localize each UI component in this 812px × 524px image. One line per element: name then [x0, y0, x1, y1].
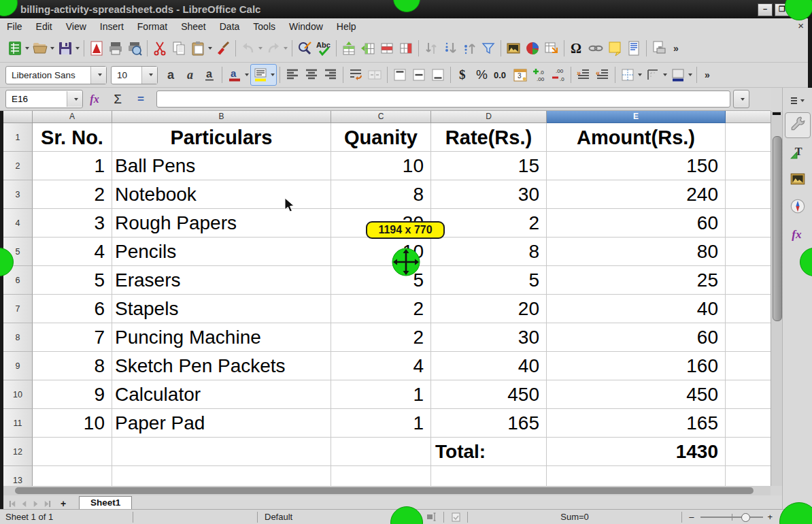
chevron-down-icon[interactable]: [75, 47, 80, 50]
sum-button[interactable]: Σ: [109, 92, 126, 107]
menu-help[interactable]: Help: [330, 19, 363, 35]
chevron-down-icon[interactable]: [25, 47, 29, 50]
row-header-2[interactable]: 2: [3, 152, 33, 180]
delete-decimal-button[interactable]: .00.0: [549, 65, 568, 85]
add-sheet-button[interactable]: +: [57, 498, 69, 509]
cell-filler[interactable]: [726, 209, 771, 238]
cell-C10[interactable]: 1: [331, 380, 431, 409]
name-box[interactable]: E16: [5, 90, 83, 108]
italic-button[interactable]: a: [181, 65, 200, 85]
cell-filler[interactable]: [726, 352, 771, 380]
cell-E8[interactable]: 60: [547, 323, 726, 352]
undo-button[interactable]: [239, 38, 264, 59]
align-center-button[interactable]: [302, 65, 321, 85]
vertical-scrollbar[interactable]: [771, 111, 782, 486]
row-header-8[interactable]: 8: [3, 323, 33, 352]
print-preview-button[interactable]: [125, 38, 144, 59]
cell-D1[interactable]: Rate(Rs.): [431, 123, 547, 152]
cell-filler[interactable]: [726, 323, 771, 352]
autofilter-button[interactable]: [479, 38, 498, 59]
menu-window[interactable]: Window: [282, 19, 330, 35]
menu-file[interactable]: File: [0, 19, 29, 35]
cell-B12[interactable]: [112, 438, 331, 466]
cell-E7[interactable]: 40: [547, 295, 726, 323]
underline-button[interactable]: a: [200, 65, 219, 85]
column-header-C[interactable]: C: [331, 111, 431, 123]
indent-decrease-button[interactable]: «: [593, 65, 612, 85]
insert-pivot-table-button[interactable]: [542, 38, 561, 59]
cell-E9[interactable]: 160: [547, 352, 726, 380]
cell-B6[interactable]: Erasers: [112, 266, 331, 295]
sidebar-styles-button[interactable]: T: [785, 141, 810, 165]
chevron-down-icon[interactable]: [663, 73, 667, 76]
cell-B4[interactable]: Rough Papers: [112, 209, 331, 238]
redo-button[interactable]: [264, 38, 289, 59]
spelling-button[interactable]: Abc: [314, 38, 333, 59]
cell-filler[interactable]: [726, 266, 771, 295]
cell-A5[interactable]: 4: [33, 238, 112, 266]
menu-view[interactable]: View: [59, 19, 93, 35]
row-header-13[interactable]: 13: [3, 466, 33, 486]
cell-filler[interactable]: [726, 409, 771, 438]
cell-A11[interactable]: 10: [33, 409, 112, 438]
zoom-out-button[interactable]: –: [682, 510, 696, 524]
export-pdf-button[interactable]: [87, 38, 106, 59]
cell-E12[interactable]: 1430: [547, 438, 726, 466]
font-size-combo[interactable]: 10: [111, 66, 158, 84]
row-header-7[interactable]: 7: [3, 295, 33, 323]
cell-D12[interactable]: Total:: [431, 438, 547, 466]
merge-cells-button[interactable]: [365, 65, 384, 85]
column-header-A[interactable]: A: [33, 111, 112, 123]
cell-C1[interactable]: Quanity: [331, 123, 431, 152]
sidebar-menu-button[interactable]: [791, 96, 805, 105]
cell-A6[interactable]: 5: [33, 266, 112, 295]
cell-D4[interactable]: 2: [431, 209, 547, 238]
cell-D3[interactable]: 30: [431, 180, 547, 209]
cell-E5[interactable]: 80: [547, 238, 726, 266]
number-format-button[interactable]: 0.0: [492, 65, 511, 85]
cell-filler[interactable]: [726, 180, 771, 209]
headers-and-footers-button[interactable]: [624, 38, 643, 59]
chevron-down-icon[interactable]: [90, 67, 106, 84]
align-bottom-button[interactable]: [428, 65, 447, 85]
sort-ascending-button[interactable]: [441, 38, 460, 59]
cell-C3[interactable]: 8: [331, 180, 431, 209]
cell-B13[interactable]: [112, 466, 331, 486]
border-style-button[interactable]: [643, 65, 669, 85]
insert-row-above-button[interactable]: [339, 38, 358, 59]
row-header-12[interactable]: 12: [3, 438, 33, 466]
menu-edit[interactable]: Edit: [29, 19, 59, 35]
insert-image-button[interactable]: [504, 38, 523, 59]
align-top-button[interactable]: [390, 65, 409, 85]
expand-formula-bar-button[interactable]: [733, 90, 749, 108]
menu-insert[interactable]: Insert: [93, 19, 131, 35]
cell-E3[interactable]: 240: [547, 180, 726, 209]
special-character-button[interactable]: Ω: [567, 38, 586, 59]
cell-E4[interactable]: 60: [547, 209, 726, 238]
cell-E10[interactable]: 450: [547, 380, 726, 409]
bold-button[interactable]: a: [162, 65, 181, 85]
cell-A3[interactable]: 2: [33, 180, 112, 209]
sidebar-gallery-button[interactable]: [785, 168, 810, 193]
add-decimal-button[interactable]: .0.00: [530, 65, 549, 85]
font-color-button[interactable]: a: [225, 65, 250, 85]
align-right-button[interactable]: [321, 65, 340, 85]
cell-B7[interactable]: Stapels: [112, 295, 331, 323]
cell-D2[interactable]: 15: [431, 152, 547, 180]
cell-filler[interactable]: [726, 123, 771, 152]
chevron-down-icon[interactable]: [688, 73, 692, 76]
zoom-slider-handle[interactable]: [741, 513, 750, 522]
close-document-button[interactable]: ×: [798, 20, 804, 31]
tab-sheet1[interactable]: Sheet1: [79, 496, 132, 509]
chevron-down-icon[interactable]: [141, 67, 157, 84]
previous-sheet-button[interactable]: [18, 498, 30, 509]
cell-C2[interactable]: 10: [331, 152, 431, 180]
cell-D11[interactable]: 165: [431, 409, 547, 438]
menu-tools[interactable]: Tools: [246, 19, 282, 35]
cell-A7[interactable]: 6: [33, 295, 112, 323]
wrap-text-button[interactable]: [346, 65, 365, 85]
cell-filler[interactable]: [726, 152, 771, 180]
chevron-down-icon[interactable]: [638, 73, 642, 76]
row-header-1[interactable]: 1: [3, 123, 33, 152]
align-left-button[interactable]: [283, 65, 302, 85]
